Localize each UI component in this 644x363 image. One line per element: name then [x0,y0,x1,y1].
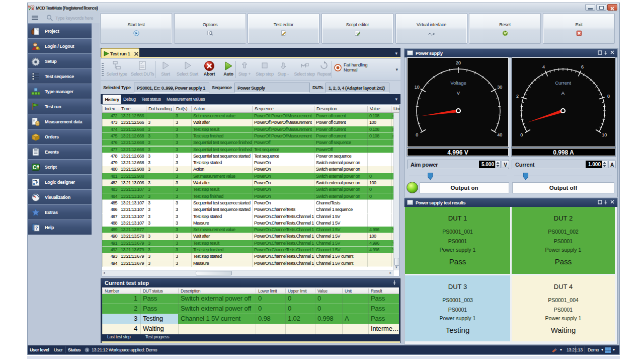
svg-text:30: 30 [497,85,502,90]
svg-text:10: 10 [602,132,607,137]
svg-text:20: 20 [456,60,461,65]
svg-text:V: V [457,90,460,96]
svg-text:40: 40 [497,132,502,137]
svg-text:0: 0 [416,132,418,137]
svg-text:Voltage: Voltage [450,80,466,86]
svg-text:MCD: MCD [28,5,35,8]
svg-text:10: 10 [415,85,420,90]
svg-text:0: 0 [520,132,523,137]
svg-text:A: A [561,90,565,96]
svg-text:?: ? [35,226,38,231]
svg-text:C#: C# [33,165,39,170]
svg-text:8: 8 [607,94,610,99]
svg-text:Current: Current [555,80,571,86]
svg-text:4: 4 [542,64,545,69]
svg-text:2: 2 [516,94,519,99]
svg-text:6: 6 [581,64,584,69]
